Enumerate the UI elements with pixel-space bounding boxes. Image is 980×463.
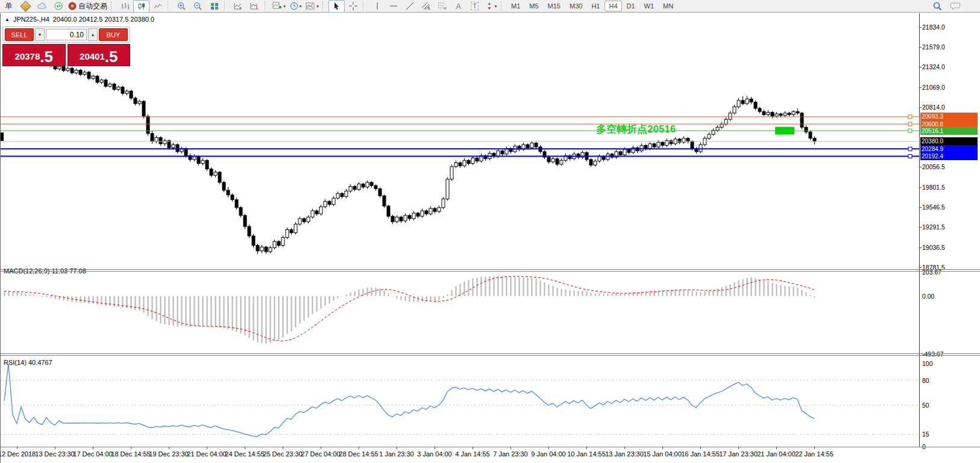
label-button[interactable]: T xyxy=(466,0,483,13)
templates-button[interactable]: ▾ xyxy=(304,0,321,13)
collapse-triangle-icon[interactable]: ▲ xyxy=(5,17,10,22)
sell-price-box[interactable]: 20378 .5 xyxy=(2,44,66,66)
rsi-tick-label: 80 xyxy=(922,377,929,384)
zoom-out-icon xyxy=(193,2,203,11)
price-tick-mark xyxy=(920,167,922,167)
timeframe-M1-button[interactable]: M1 xyxy=(507,1,524,11)
vertical-line-button[interactable] xyxy=(369,0,385,13)
timeframe-M15-button[interactable]: M15 xyxy=(544,1,565,11)
symbol-period-label: JPN225-,H4 xyxy=(13,16,49,23)
date-tick-mark xyxy=(93,447,93,449)
tile-windows-icon xyxy=(210,2,219,10)
price-tick-mark xyxy=(920,27,922,28)
toolbar-right-icons xyxy=(933,2,979,11)
timeframe-H1-button[interactable]: H1 xyxy=(587,1,604,11)
crosshair-button[interactable] xyxy=(345,0,361,13)
zoom-out-button[interactable] xyxy=(190,0,206,13)
autotrading-button[interactable]: 自动交易 xyxy=(66,0,109,13)
rsi-plot xyxy=(1,364,919,437)
date-tick-label: 24 Dec 14:55 xyxy=(225,450,264,458)
zoom-in-button[interactable] xyxy=(174,0,190,13)
mt4-terminal: 单 自动交易 xyxy=(0,0,980,463)
date-tick-mark xyxy=(776,447,777,449)
date-tick-mark xyxy=(321,447,321,449)
price-tick-mark xyxy=(920,247,922,248)
candle-chart-icon xyxy=(137,2,146,10)
volume-down-button[interactable]: ▼ xyxy=(35,28,45,41)
volume-up-button[interactable]: ▲ xyxy=(88,28,98,41)
search-icon[interactable] xyxy=(933,2,942,11)
date-tick-label: 7 Jan 23:30 xyxy=(493,450,528,458)
buy-button[interactable]: BUY xyxy=(99,28,128,41)
date-tick-mark xyxy=(473,447,473,449)
price-axis-border xyxy=(919,13,920,447)
object-anchor-marker xyxy=(1,132,4,141)
periods-button[interactable]: ▾ xyxy=(287,0,304,13)
timeframe-MN-button[interactable]: MN xyxy=(659,1,677,11)
price-tick-label: 21069.0 xyxy=(922,84,945,91)
date-tick-mark xyxy=(55,447,55,449)
macd-splitter[interactable] xyxy=(1,269,980,270)
fibonacci-button[interactable]: F xyxy=(434,0,450,13)
channel-button[interactable]: E xyxy=(418,0,434,13)
chart-line-button[interactable] xyxy=(149,0,166,13)
rsi-splitter[interactable] xyxy=(1,353,980,354)
auto-scroll-icon xyxy=(234,2,243,10)
arrows-button[interactable]: ▾ xyxy=(483,0,499,13)
volume-input[interactable] xyxy=(46,29,87,40)
gold-icon-button[interactable] xyxy=(17,0,34,13)
text-button[interactable]: A xyxy=(450,0,466,13)
price-tick-mark xyxy=(920,47,922,48)
chart-title-bar: ▲ JPN225-,H4 20400.0 20412.5 20317.5 203… xyxy=(5,16,154,23)
timeframe-W1-button[interactable]: W1 xyxy=(640,1,659,11)
date-tick-label: 25 Dec 23:30 xyxy=(263,450,302,458)
trendline-button[interactable] xyxy=(401,0,418,13)
price-tick-label: 20814.0 xyxy=(922,104,945,111)
date-tick-mark xyxy=(397,447,397,449)
dropdown-caret-icon: ▾ xyxy=(283,4,286,9)
macd-signal-line xyxy=(4,276,814,341)
date-tick-mark xyxy=(738,447,739,449)
date-tick-label: 4 Jan 14:55 xyxy=(455,450,490,458)
timeframe-H4-button[interactable]: H4 xyxy=(605,1,621,11)
price-line-tag: 20192.4 xyxy=(920,152,978,160)
date-tick-mark xyxy=(207,447,207,449)
cursor-icon xyxy=(333,2,341,10)
horizontal-line-button[interactable] xyxy=(385,0,401,13)
macd-tick-label: 0.00 xyxy=(922,293,934,300)
rsi-label: RSI(14) 40.4767 xyxy=(4,359,52,366)
price-axis[interactable]: 21834.021579.021324.021069.020814.020056… xyxy=(920,13,980,463)
chat-icon[interactable] xyxy=(950,2,961,10)
chart-shift-button[interactable] xyxy=(247,0,263,13)
label-tool-icon: T xyxy=(471,2,479,10)
clock-icon xyxy=(290,2,298,10)
timeframe-M30-button[interactable]: M30 xyxy=(565,1,586,11)
price-line-tag: 20284.9 xyxy=(920,145,978,153)
template-icon xyxy=(306,2,315,10)
chart-bars-button[interactable] xyxy=(117,0,133,13)
trade-prices-row: 20378 .5 20401 .5 xyxy=(2,44,130,66)
trade-controls-row: SELL ▼ ▲ BUY xyxy=(2,26,130,43)
timeframe-M5-button[interactable]: M5 xyxy=(525,1,542,11)
cursor-button[interactable] xyxy=(328,0,345,13)
date-tick-label: 9 Jan 04:00 xyxy=(531,450,566,458)
auto-scroll-button[interactable] xyxy=(230,0,247,13)
sell-button[interactable]: SELL xyxy=(5,28,34,41)
new-order-button[interactable]: 单 xyxy=(1,0,17,13)
price-line-tag: 20380.0 xyxy=(920,137,978,145)
tile-windows-button[interactable] xyxy=(206,0,222,13)
chart-plot-area[interactable] xyxy=(1,13,919,463)
indicators-button[interactable]: ▾ xyxy=(271,0,287,13)
toolbar-separator xyxy=(168,1,172,11)
toolbar-separator xyxy=(265,1,269,11)
buy-price-box[interactable]: 20401 .5 xyxy=(68,44,131,66)
macd-plot xyxy=(4,276,815,343)
timeframe-D1-button[interactable]: D1 xyxy=(623,1,639,11)
chart-candles-button[interactable] xyxy=(133,0,149,13)
price-tick-mark xyxy=(920,107,922,108)
signals-icon-button[interactable] xyxy=(50,0,66,13)
toolbar-separator xyxy=(111,1,115,11)
date-tick-label: 21 Dec 04:00 xyxy=(187,450,226,458)
price-tick-label: 21324.0 xyxy=(922,63,945,70)
cloud-icon-button[interactable] xyxy=(34,0,50,13)
